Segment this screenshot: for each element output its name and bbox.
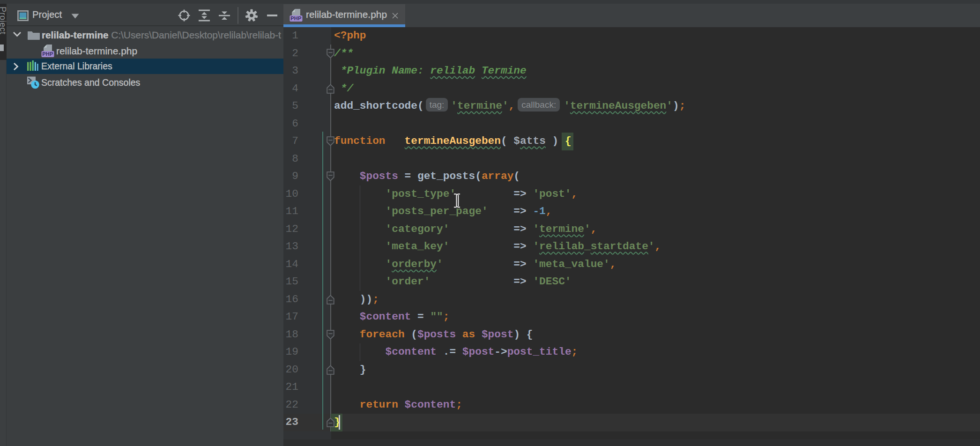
svg-text:PHP: PHP — [42, 51, 53, 57]
svg-text:PHP: PHP — [290, 15, 302, 21]
